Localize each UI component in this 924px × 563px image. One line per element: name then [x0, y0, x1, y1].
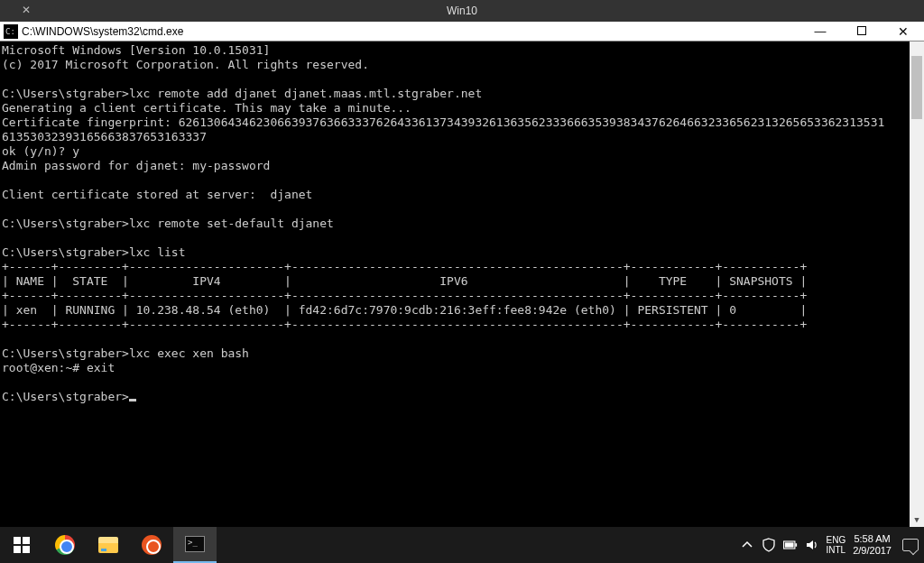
lang-secondary: INTL — [827, 545, 846, 555]
start-button[interactable] — [0, 527, 43, 563]
minimize-button[interactable]: — — [799, 22, 841, 42]
taskbar-file-explorer[interactable] — [87, 527, 130, 563]
clock[interactable]: 5:58 AM 2/9/2017 — [853, 533, 892, 557]
system-tray: ENG INTL 5:58 AM 2/9/2017 — [740, 533, 925, 557]
clock-date: 2/9/2017 — [853, 545, 892, 557]
scrollbar[interactable]: ▲ ▼ — [910, 42, 924, 527]
taskbar-cmd[interactable] — [173, 527, 217, 563]
svg-text:C:: C: — [5, 27, 15, 36]
chrome-icon — [55, 535, 75, 555]
cmd-app-icon: C: — [4, 24, 18, 39]
tray-up-icon[interactable] — [740, 538, 754, 552]
battery-icon[interactable] — [783, 538, 798, 552]
cmd-window: C: C:\WINDOWS\system32\cmd.exe — ✕ Micro… — [0, 22, 924, 527]
ubuntu-icon — [142, 535, 162, 555]
vm-titlebar: ✕ Win10 — [0, 0, 924, 22]
cmd-title: C:\WINDOWS\system32\cmd.exe — [22, 25, 183, 38]
svg-rect-2 — [858, 26, 866, 34]
svg-rect-8 — [795, 543, 797, 547]
windows-icon — [13, 536, 31, 554]
scroll-down-button[interactable]: ▼ — [910, 512, 924, 527]
taskbar-ubuntu[interactable] — [130, 527, 173, 563]
taskbar-chrome[interactable] — [43, 527, 87, 563]
volume-icon[interactable] — [805, 538, 819, 552]
cmd-titlebar[interactable]: C: C:\WINDOWS\system32\cmd.exe — ✕ — [0, 22, 924, 42]
security-icon[interactable] — [762, 538, 776, 552]
svg-rect-5 — [14, 546, 21, 553]
scroll-thumb[interactable] — [911, 56, 922, 119]
language-indicator[interactable]: ENG INTL — [827, 535, 846, 555]
svg-rect-4 — [23, 537, 30, 544]
svg-rect-9 — [784, 542, 793, 547]
svg-rect-3 — [14, 537, 21, 544]
svg-rect-6 — [23, 546, 30, 553]
terminal-cursor — [129, 399, 136, 401]
terminal-icon — [185, 536, 205, 552]
close-button[interactable]: ✕ — [882, 22, 924, 42]
clock-time: 5:58 AM — [853, 533, 892, 545]
vm-title: Win10 — [447, 5, 477, 17]
terminal-output[interactable]: Microsoft Windows [Version 10.0.15031] (… — [0, 42, 924, 527]
terminal-text: Microsoft Windows [Version 10.0.15031] (… — [2, 43, 884, 403]
folder-icon — [98, 537, 118, 553]
lang-primary: ENG — [827, 535, 846, 545]
action-center-icon[interactable] — [902, 539, 919, 551]
maximize-button[interactable] — [841, 22, 882, 42]
taskbar: ENG INTL 5:58 AM 2/9/2017 — [0, 527, 924, 563]
vm-close-button[interactable]: ✕ — [22, 4, 31, 16]
